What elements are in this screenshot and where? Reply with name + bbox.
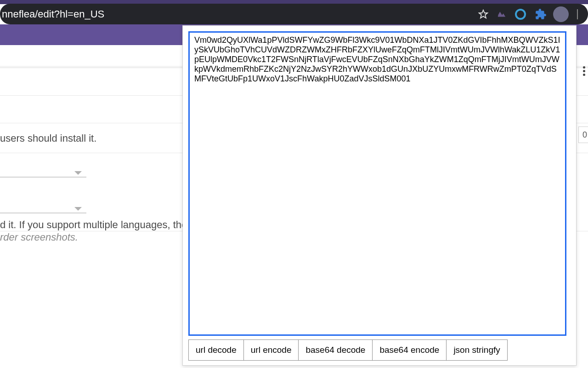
screenshot-hint-text: rder screenshots. — [0, 185, 78, 243]
encoder-button-row: url decode url encode base64 decode base… — [188, 339, 571, 361]
chevron-down-icon — [74, 171, 82, 175]
encoder-textarea[interactable]: Vm0wd2QyUXlWa1pPVldSWFYwZG9WbFl3Wkc9V01W… — [188, 31, 566, 336]
json-stringify-button[interactable]: json stringfy — [446, 339, 507, 361]
bookmark-star-icon[interactable] — [478, 9, 488, 19]
base64-encode-button[interactable]: base64 encode — [372, 339, 447, 361]
extension-icon[interactable] — [497, 9, 507, 19]
kebab-menu-icon[interactable] — [583, 65, 585, 77]
address-bar: nneflea/edit?hl=en_US — [0, 4, 588, 24]
url-encode-button[interactable]: url encode — [243, 339, 299, 361]
base64-decode-button[interactable]: base64 decode — [298, 339, 373, 361]
url-text: nneflea/edit?hl=en_US — [0, 8, 104, 20]
category-dropdown[interactable] — [0, 171, 86, 178]
address-bar-actions — [478, 6, 588, 22]
url-decode-button[interactable]: url decode — [188, 339, 244, 361]
encoder-popup: Vm0wd2QyUXlWa1pPVldSWFYwZG9WbFl3Wkc9V01W… — [182, 25, 577, 366]
separator — [577, 9, 578, 19]
char-count-badge: 0 — [578, 126, 588, 143]
extensions-puzzle-icon[interactable] — [534, 8, 547, 21]
svg-marker-0 — [479, 10, 487, 17]
profile-avatar[interactable] — [553, 6, 569, 22]
extension-circle-icon[interactable] — [515, 9, 526, 20]
